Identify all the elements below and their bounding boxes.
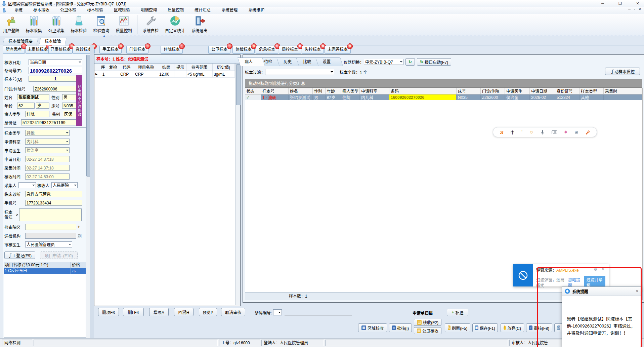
cell-hint[interactable] [174,71,186,78]
toolbar-user-login[interactable]: 用户登陆 [0,14,23,35]
age-unit-input[interactable]: 岁 [36,103,49,109]
opd-input[interactable]: Z262600006 [33,86,82,92]
preview-button[interactable]: 预览P [199,308,217,316]
grow-sex[interactable]: 男 [313,94,326,100]
toolbox-wrench-icon[interactable] [585,130,590,134]
chinese-mode-icon[interactable]: 中 [510,129,514,135]
manual-qc-button[interactable]: 手动样本质控 [605,68,640,75]
cancel-audit-button[interactable]: 取消审核 [221,308,245,316]
grow-status[interactable]: ✓ [245,94,261,100]
filter-physical-exam[interactable]: 体检标本0 [232,46,255,54]
note-input[interactable] [19,208,82,221]
audit-f8-button[interactable]: ✓审核(F8) [526,323,552,332]
trace-back-button[interactable]: 回溯H [174,308,194,316]
toolbar-self-check[interactable]: 系统自检 [139,14,162,35]
receive-f2-button[interactable]: ▤核收(F2) [414,319,441,326]
refresh-interface-button[interactable]: ↻ [405,58,415,66]
grow-age[interactable]: 62岁 [326,94,341,100]
cell-seq[interactable]: 1 [99,71,107,78]
add-item-button[interactable]: 增项A [149,308,169,316]
grow-barcode[interactable]: 160092602270026 [389,94,457,100]
col-recheck[interactable]: 复检 [107,64,119,71]
gcol-collect-time[interactable]: 采集时 [604,88,642,94]
filter-public-health[interactable]: 公卫标本0 [208,46,230,54]
menu-statistics[interactable]: 统计汇总 [189,7,216,14]
menu-public-health[interactable]: 公卫体检 [55,7,82,14]
agency-input[interactable] [25,233,76,239]
collect-time-input[interactable]: 02-27 14:37:18 [25,165,70,171]
col-code[interactable]: 代码 [119,64,134,71]
filter-unaudited[interactable]: 未审核标本1 [26,46,50,54]
tab-settings[interactable]: 设置 [315,57,343,66]
gcol-apply-date[interactable]: 申请日期 [530,88,555,94]
tab-sample-test[interactable]: 标本检验 [39,38,67,45]
cell-item-name[interactable]: CRP [134,71,158,78]
toolbar-custom-stats[interactable]: 自定义统计 [162,14,188,35]
menu-system-maintain[interactable]: 系统维护 [243,7,270,14]
grid-menu-icon[interactable]: ⊞ [575,130,578,134]
item-table-row[interactable]: 1 C反应蛋白 元 [4,268,86,274]
cell-result[interactable]: 12.00 [158,71,174,78]
grow-name[interactable]: 张绍泉测试 [289,94,313,100]
close-icon[interactable]: ✕ [636,289,639,294]
gcol-sample-type[interactable]: 样本类型 [579,88,604,94]
punctuation-icon[interactable]: ’ [521,130,522,134]
menu-system-manage[interactable]: 系统管理 [216,7,243,14]
left-panel-scrollbar[interactable] [86,54,90,338]
microphone-icon[interactable] [541,130,545,135]
add-hospital-button[interactable]: + [78,225,80,229]
filter-audited[interactable]: 已审核标本0 [48,46,73,54]
gcol-sample-no[interactable]: 样本号 [261,88,289,94]
filter-critical[interactable]: 危急标本0 [256,46,278,54]
menu-sample-test[interactable]: 标本检验 [82,7,109,14]
col-history[interactable]: 历史值( [213,64,235,71]
tab-patient[interactable]: 病人 [238,57,265,66]
save-f1-button[interactable]: ▣保存(F1) [472,323,498,332]
id-input[interactable]: 512324196312251199 [21,119,82,125]
grow-sample-no[interactable]: 1 - 流转 [261,94,289,100]
region-receive-button[interactable]: ▦区域核收 [358,323,387,332]
close-icon[interactable]: ✕ [601,267,605,272]
gcol-age[interactable]: 年龄 [326,88,341,94]
abandon-button[interactable]: !放弃(C) [501,323,524,332]
hospital-area-input[interactable] [25,224,76,230]
gcol-barcode[interactable]: 条码 [389,88,457,94]
gcol-dept[interactable]: 申请科室 [360,88,389,94]
filter-manual[interactable]: 手工标本0 [99,46,122,54]
toolbar-test-query[interactable]: 检验查询 [90,14,113,35]
barcode-entry-underline[interactable] [285,310,352,315]
gcol-bed[interactable]: 床号 [457,88,481,94]
mdi-restore-icon[interactable]: ▫ [634,7,635,11]
filter-qc-sample[interactable]: 质控标本0 [279,46,301,54]
name-input[interactable]: 张绍泉测试 [17,94,49,100]
instrument-select[interactable]: 中元-ZYBIB-Q7 [364,59,403,65]
toolbar-exit[interactable]: 系统退出 [188,14,211,35]
gcol-patient-type[interactable]: 病人类型 [341,88,360,94]
supplement-button[interactable]: +补挂 [447,309,468,316]
recv-time-input[interactable]: 02-27 14:53:00 [25,174,70,180]
gcol-id[interactable]: 身份证号 [555,88,579,94]
phone-input[interactable]: 17723133434 [25,200,82,206]
public-receive-button[interactable]: ▤公卫核收 [414,327,441,334]
toolbar-sample-test[interactable]: 标本检验 [68,14,90,35]
agency-refresh-button[interactable]: 刷 [78,233,82,239]
barcode-entry-select[interactable] [273,309,282,315]
audit-doctor-select[interactable]: 人民医院管理员 [25,241,72,247]
doctor-select[interactable]: 侯治奎 [25,147,70,153]
tab-sample-test-summary[interactable]: 标本检验概要 [3,38,39,45]
grow-apply-date[interactable]: 2026-02 [530,94,555,100]
grow-bed[interactable]: N035 [457,94,481,100]
grow-sample-type[interactable]: 其他 [579,94,604,100]
interface-start-button[interactable]: ↻接口启动(F7) [417,58,451,66]
result-scrollbar[interactable] [235,64,240,305]
gcol-status[interactable]: 状态 [245,88,261,94]
mdi-close-icon[interactable]: ✕ [639,7,641,11]
menu-quality-control[interactable]: 质量控制 [162,7,189,14]
age-input[interactable]: 62 [17,103,35,109]
grow-patient-type[interactable]: 住院 [341,94,360,100]
grow-opd[interactable]: Z262600 [481,94,505,100]
delete-l-button[interactable]: 删LF4 [123,308,144,316]
gcol-sex[interactable]: 性别 [313,88,326,94]
gcol-doctor[interactable]: 申请医生 [505,88,530,94]
receiver-select[interactable]: 人民医院 [51,182,78,188]
